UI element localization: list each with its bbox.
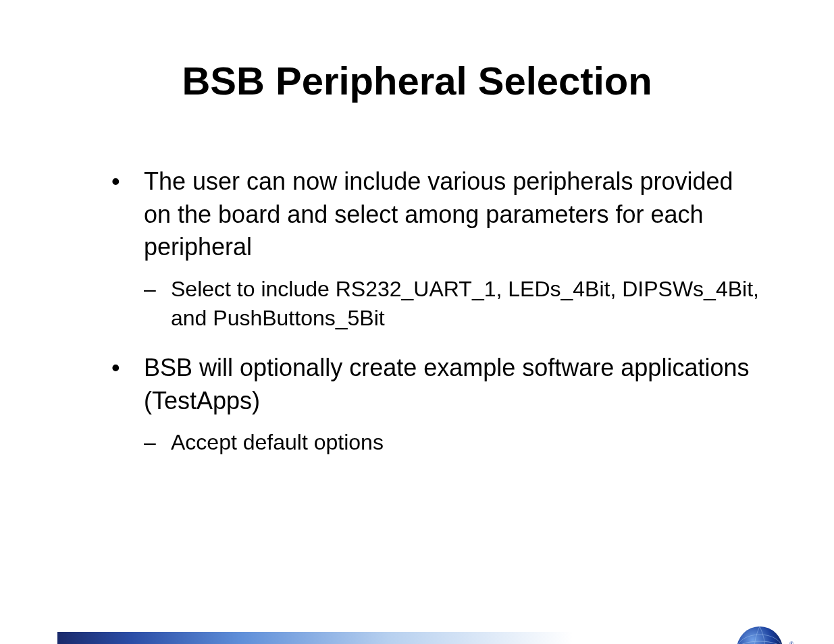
bullet-list: The user can now include various periphe… — [111, 165, 760, 458]
sub-bullet-list: Accept default options — [144, 428, 760, 457]
bullet-text: The user can now include various periphe… — [144, 167, 733, 261]
sub-bullet-text: Select to include RS232_UART_1, LEDs_4Bi… — [171, 277, 759, 330]
svg-text:®: ® — [789, 641, 793, 644]
xilinx-logo: XILINX ® — [726, 624, 793, 644]
slide: BSB Peripheral Selection The user can no… — [0, 58, 834, 644]
sub-bullet-list: Select to include RS232_UART_1, LEDs_4Bi… — [144, 275, 760, 333]
slide-title: BSB Peripheral Selection — [0, 58, 834, 103]
sub-bullet-text: Accept default options — [171, 430, 384, 454]
slide-content: The user can now include various periphe… — [0, 165, 834, 458]
footer-gradient-bar — [57, 632, 793, 644]
bullet-text: BSB will optionally create example softw… — [144, 354, 749, 414]
sub-bullet-item: Select to include RS232_UART_1, LEDs_4Bi… — [144, 275, 760, 333]
bullet-item-1: The user can now include various periphe… — [111, 165, 760, 333]
sub-bullet-item: Accept default options — [144, 428, 760, 457]
bullet-item-2: BSB will optionally create example softw… — [111, 352, 760, 457]
